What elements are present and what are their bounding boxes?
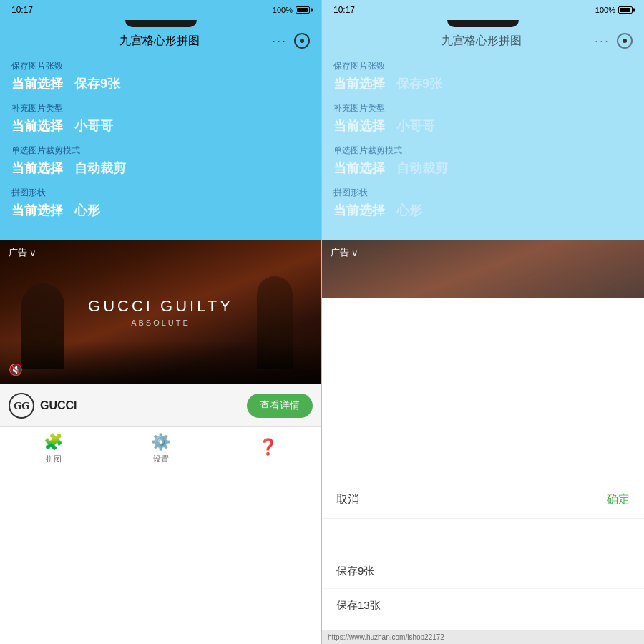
left-phone: 10:17 100% 九宫格心形拼图 ··· 保存图片张数 当前选择 保存9张: [0, 0, 322, 644]
ad-section-right: 广告 ∨: [322, 240, 644, 298]
setting-label-r1: 保存图片张数: [333, 60, 633, 72]
setting-label-2: 补充图片类型: [11, 102, 310, 114]
battery-text-right: 100%: [595, 6, 615, 14]
time-left: 10:17: [11, 5, 33, 15]
right-phone-inner: 10:17 100% 九宫格心形拼图 ··· 保存图片张数: [322, 0, 644, 644]
setting-label-r3: 单选图片裁剪模式: [333, 145, 633, 157]
setting-row-r2: 当前选择 小哥哥: [333, 117, 633, 135]
app-header-left: 九宫格心形拼图 ···: [0, 27, 321, 54]
header-icons-right: ···: [595, 33, 633, 49]
detail-button-left[interactable]: 查看详情: [247, 394, 313, 418]
ad-background-left: GUCCI GUILTY ABSOLUTE: [0, 240, 321, 384]
notch-left: [0, 20, 321, 27]
overlay-confirm-button[interactable]: 确定: [607, 492, 630, 507]
overlay-options: 保存9张 保存13张: [322, 547, 644, 630]
ad-label-left: 广告 ∨: [9, 246, 36, 259]
setting-section-2: 补充图片类型 当前选择 小哥哥: [11, 102, 310, 135]
setting-label-1: 保存图片张数: [11, 60, 310, 72]
gucci-logo-left: 𝗚𝗚: [9, 393, 34, 419]
status-bar-left: 10:17 100%: [0, 0, 321, 20]
setting-value-1[interactable]: 保存9张: [74, 75, 120, 92]
setting-value-r1: 保存9张: [396, 75, 442, 92]
time-right: 10:17: [333, 5, 355, 15]
setting-label-r2: 补充图片类型: [333, 102, 633, 114]
setting-section-r3: 单选图片裁剪模式 当前选择 自动裁剪: [333, 145, 633, 177]
setting-section-r2: 补充图片类型 当前选择 小哥哥: [333, 102, 633, 135]
overlay-cancel-button[interactable]: 取消: [336, 492, 359, 507]
ad-title-left: GUCCI GUILTY: [88, 297, 233, 316]
overlay-spacer: [322, 519, 644, 547]
setting-current-2[interactable]: 当前选择: [11, 117, 63, 135]
target-icon-right[interactable]: [617, 33, 633, 49]
setting-section-4: 拼图形状 当前选择 心形: [11, 187, 310, 219]
puzzle-icon-left: 🧩: [44, 433, 63, 452]
dots-icon-left[interactable]: ···: [272, 34, 287, 49]
setting-current-4[interactable]: 当前选择: [11, 202, 63, 219]
overlay-header-right: 取消 确定: [322, 482, 644, 519]
setting-label-r4: 拼图形状: [333, 187, 633, 199]
help-icon-left: ❓: [258, 438, 278, 457]
setting-section-r4: 拼图形状 当前选择 心形: [333, 187, 633, 219]
tab-puzzle-left[interactable]: 🧩 拼图: [0, 433, 107, 464]
setting-current-r3: 当前选择: [333, 160, 385, 177]
settings-content-right: 保存图片张数 当前选择 保存9张 补充图片类型 当前选择 小哥哥 单选图片裁剪模…: [322, 54, 644, 240]
right-phone: 10:17 100% 九宫格心形拼图 ··· 保存图片张数: [322, 0, 644, 644]
battery-icon-left: [296, 6, 310, 14]
tab-label-puzzle-left: 拼图: [46, 454, 62, 464]
tab-label-settings-left: 设置: [153, 454, 169, 464]
overlay-option-1[interactable]: 保存9张: [322, 555, 644, 589]
setting-current-3[interactable]: 当前选择: [11, 160, 63, 177]
url-text-right: https://www.huzhan.com/ishop22172: [328, 633, 444, 641]
battery-icon-right: [618, 6, 633, 14]
setting-row-4: 当前选择 心形: [11, 202, 310, 219]
tab-settings-left[interactable]: ⚙️ 设置: [107, 433, 215, 464]
ad-section-left: 广告 ∨ GUCCI GUILTY ABSOLUTE 🔇: [0, 240, 321, 384]
setting-section-3: 单选图片裁剪模式 当前选择 自动裁剪: [11, 145, 310, 177]
battery-text-left: 100%: [273, 6, 293, 14]
setting-value-2[interactable]: 小哥哥: [74, 117, 113, 135]
battery-area-left: 100%: [273, 6, 310, 14]
settings-icon-left: ⚙️: [151, 433, 170, 452]
ad-subtitle-left: ABSOLUTE: [131, 318, 190, 327]
setting-current-r4: 当前选择: [333, 202, 385, 219]
setting-row-1: 当前选择 保存9张: [11, 75, 310, 92]
setting-row-r4: 当前选择 心形: [333, 202, 633, 219]
setting-value-r2: 小哥哥: [396, 117, 435, 135]
setting-label-3: 单选图片裁剪模式: [11, 145, 310, 157]
notch-right: [322, 20, 644, 27]
setting-row-3: 当前选择 自动裁剪: [11, 160, 310, 177]
setting-value-r3: 自动裁剪: [396, 160, 448, 177]
setting-value-r4: 心形: [396, 202, 422, 219]
tab-help-left[interactable]: ❓: [214, 438, 321, 459]
battery-area-right: 100%: [595, 6, 633, 14]
url-bar-right: https://www.huzhan.com/ishop22172: [322, 630, 644, 644]
setting-current-1[interactable]: 当前选择: [11, 75, 63, 92]
app-title-left: 九宫格心形拼图: [47, 34, 272, 49]
setting-current-r1: 当前选择: [333, 75, 385, 92]
brand-name-left: GUCCI: [40, 399, 247, 412]
setting-value-4[interactable]: 心形: [74, 202, 100, 219]
setting-row-r3: 当前选择 自动裁剪: [333, 160, 633, 177]
setting-section-1: 保存图片张数 当前选择 保存9张: [11, 60, 310, 92]
tab-bar-left: 🧩 拼图 ⚙️ 设置 ❓: [0, 426, 321, 469]
overlay-panel-right: 取消 确定 保存9张 保存13张 https://www.huzhan.com/…: [322, 482, 644, 644]
dots-icon-right[interactable]: ···: [595, 34, 610, 49]
setting-section-r1: 保存图片张数 当前选择 保存9张: [333, 60, 633, 92]
setting-label-4: 拼图形状: [11, 187, 310, 199]
setting-current-r2: 当前选择: [333, 117, 385, 135]
header-icons-left: ···: [272, 33, 310, 49]
settings-content-left: 保存图片张数 当前选择 保存9张 补充图片类型 当前选择 小哥哥 单选图片裁剪模…: [0, 54, 321, 240]
app-header-right: 九宫格心形拼图 ···: [322, 27, 644, 54]
target-icon-left[interactable]: [294, 33, 310, 49]
setting-row-2: 当前选择 小哥哥: [11, 117, 310, 135]
app-title-right: 九宫格心形拼图: [369, 34, 595, 49]
setting-value-3[interactable]: 自动裁剪: [74, 160, 126, 177]
setting-row-r1: 当前选择 保存9张: [333, 75, 633, 92]
ad-bottom-bar-left: 𝗚𝗚 GUCCI 查看详情: [0, 384, 321, 426]
overlay-option-2[interactable]: 保存13张: [322, 589, 644, 623]
mute-icon-left[interactable]: 🔇: [9, 363, 23, 376]
status-bar-right: 10:17 100%: [322, 0, 644, 20]
ad-label-right: 广告 ∨: [331, 246, 358, 259]
